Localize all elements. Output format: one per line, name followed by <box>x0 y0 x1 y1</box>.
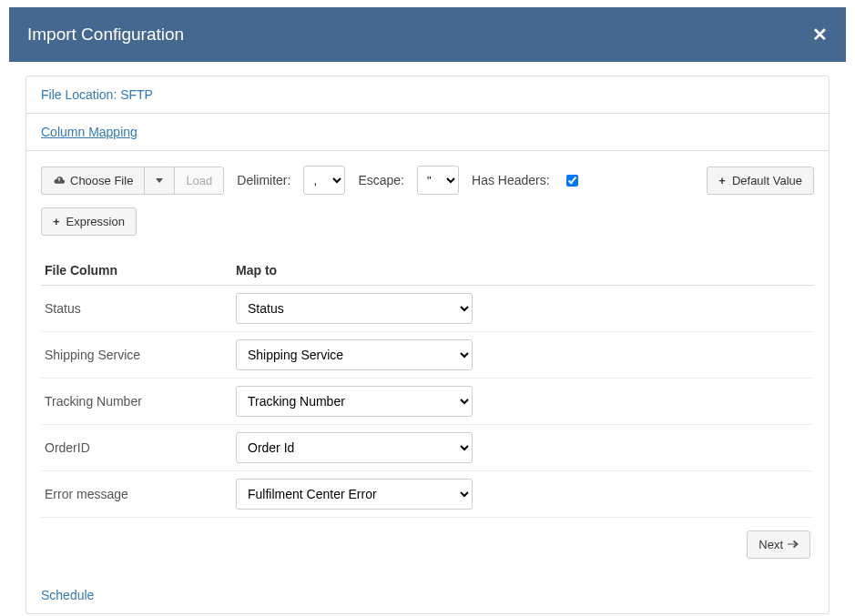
map-to-select[interactable]: Fulfilment Center Error <box>236 479 473 510</box>
has-headers-checkbox[interactable] <box>566 175 578 187</box>
caret-down-icon <box>156 178 163 183</box>
column-mapping-body: Choose File Load Delimiter: , Escape: " … <box>26 151 829 577</box>
file-column-cell: Status <box>41 286 232 332</box>
close-icon[interactable]: ✕ <box>812 24 828 45</box>
expression-label: Expression <box>66 215 125 228</box>
table-row: OrderIDOrder Id <box>41 425 814 471</box>
choose-file-dropdown-button[interactable] <box>144 167 174 195</box>
mapping-toolbar: Choose File Load Delimiter: , Escape: " … <box>41 166 814 236</box>
modal-title: Import Configuration <box>27 25 184 45</box>
expression-button[interactable]: Expression <box>41 207 137 236</box>
has-headers-label: Has Headers: <box>472 173 550 187</box>
schedule-section[interactable]: Schedule <box>26 577 829 613</box>
header-map-to: Map to <box>232 256 814 286</box>
default-value-label: Default Value <box>732 174 802 187</box>
file-location-section[interactable]: File Location: SFTP <box>26 76 829 114</box>
table-row: StatusStatus <box>41 286 814 332</box>
mapping-footer: Next <box>41 518 814 562</box>
delimiter-label: Delimiter: <box>237 173 290 187</box>
header-file-column: File Column <box>41 256 232 286</box>
file-column-cell: OrderID <box>41 425 232 471</box>
map-to-cell: Status <box>232 286 814 332</box>
choose-file-group: Choose File Load <box>41 167 224 195</box>
table-row: Error messageFulfilment Center Error <box>41 471 814 518</box>
schedule-link[interactable]: Schedule <box>41 588 94 602</box>
escape-select[interactable]: " <box>417 166 459 195</box>
choose-file-label: Choose File <box>70 174 133 187</box>
map-to-select[interactable]: Status <box>236 293 473 324</box>
delimiter-select[interactable]: , <box>303 166 345 195</box>
next-button[interactable]: Next <box>747 530 810 559</box>
modal-header: Import Configuration ✕ <box>9 7 846 62</box>
plus-icon <box>718 174 728 187</box>
map-to-select[interactable]: Order Id <box>236 432 473 463</box>
map-to-cell: Shipping Service <box>232 332 814 379</box>
import-config-modal: Import Configuration ✕ File Location: SF… <box>0 0 855 616</box>
table-row: Shipping ServiceShipping Service <box>41 332 814 379</box>
map-to-select[interactable]: Shipping Service <box>236 339 473 370</box>
escape-label: Escape: <box>358 173 404 187</box>
plus-icon <box>53 215 62 228</box>
map-to-cell: Tracking Number <box>232 379 814 425</box>
load-button[interactable]: Load <box>174 167 224 195</box>
default-value-button[interactable]: Default Value <box>707 167 814 195</box>
map-to-cell: Fulfilment Center Error <box>232 471 814 518</box>
arrow-right-icon <box>788 538 799 551</box>
file-location-link[interactable]: File Location: SFTP <box>41 87 153 102</box>
table-row: Tracking NumberTracking Number <box>41 379 814 425</box>
choose-file-button[interactable]: Choose File <box>41 167 144 195</box>
column-mapping-section-header[interactable]: Column Mapping <box>26 114 829 151</box>
map-to-select[interactable]: Tracking Number <box>236 386 473 417</box>
file-column-cell: Tracking Number <box>41 379 232 425</box>
mapping-table: File Column Map to StatusStatusShipping … <box>41 256 814 518</box>
next-label: Next <box>758 538 783 551</box>
file-column-cell: Shipping Service <box>41 332 232 379</box>
cloud-upload-icon <box>53 174 66 187</box>
file-column-cell: Error message <box>41 471 232 518</box>
config-panel: File Location: SFTP Column Mapping Choos… <box>25 76 830 614</box>
map-to-cell: Order Id <box>232 425 814 471</box>
column-mapping-link[interactable]: Column Mapping <box>41 125 137 139</box>
